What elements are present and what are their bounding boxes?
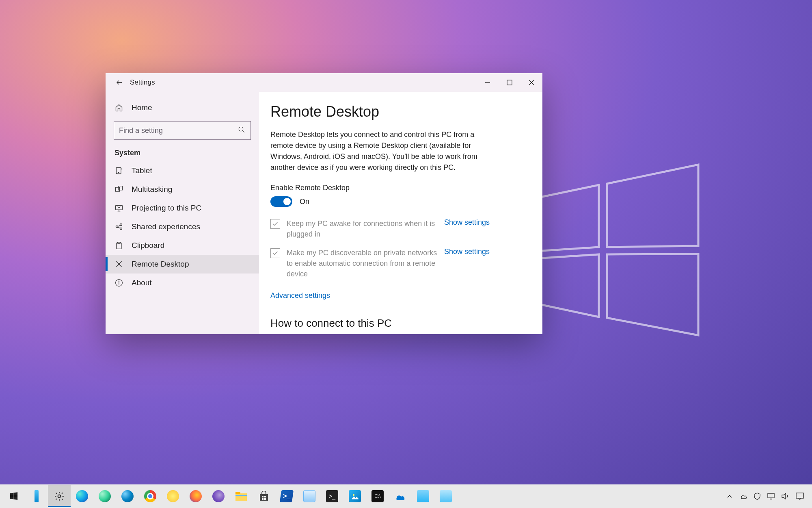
arrow-left-icon (116, 79, 123, 86)
titlebar[interactable]: Settings (106, 73, 542, 92)
svg-rect-22 (262, 496, 263, 497)
search-icon (238, 126, 245, 133)
tablet-icon (114, 166, 123, 175)
checkmark-icon (272, 221, 279, 227)
taskbar-settings-app[interactable] (48, 485, 71, 507)
tray-network[interactable] (765, 485, 777, 507)
multitasking-icon (114, 185, 123, 194)
discoverable-row: Make my PC discoverable on private netwo… (270, 247, 490, 279)
svg-point-9 (120, 224, 122, 226)
generic-app-icon (417, 490, 429, 502)
svg-rect-24 (262, 498, 263, 500)
back-button[interactable] (111, 79, 127, 86)
volume-icon (781, 493, 788, 500)
sidebar-item-remote-desktop[interactable]: Remote Desktop (106, 255, 259, 274)
taskbar-powershell[interactable]: >_ (275, 485, 298, 507)
notification-icon (796, 493, 804, 500)
svg-point-4 (119, 172, 119, 173)
taskbar-terminal[interactable]: >_ (321, 485, 343, 507)
sidebar-item-label: About (132, 278, 152, 287)
discoverable-checkbox[interactable] (270, 248, 280, 258)
maximize-button[interactable] (499, 73, 520, 92)
start-button[interactable] (2, 485, 25, 507)
taskbar-firefox[interactable] (184, 485, 207, 507)
svg-rect-25 (264, 498, 266, 500)
keep-awake-show-settings-link[interactable]: Show settings (444, 218, 490, 227)
firefox-dev-icon (212, 490, 225, 502)
taskbar-edge-dev[interactable] (93, 485, 116, 507)
sidebar-section-label: System (106, 145, 259, 161)
taskbar-app-1[interactable] (412, 485, 434, 507)
taskbar-edge[interactable] (71, 485, 93, 507)
projecting-icon (114, 204, 123, 213)
minimize-button[interactable] (477, 73, 499, 92)
windows-icon (9, 492, 18, 501)
taskbar-photos[interactable] (343, 485, 366, 507)
close-button[interactable] (520, 73, 542, 92)
svg-point-26 (353, 494, 355, 496)
sidebar-item-label: Tablet (132, 166, 152, 175)
taskbar-chrome-canary[interactable] (162, 485, 184, 507)
sidebar-item-multitasking[interactable]: Multitasking (106, 180, 259, 199)
edge-icon (76, 490, 88, 502)
shield-icon (754, 493, 761, 500)
tray-volume[interactable] (779, 485, 791, 507)
clipboard-icon (114, 241, 123, 250)
taskbar-app-2[interactable] (434, 485, 457, 507)
keep-awake-text: Keep my PC awake for connections when it… (287, 218, 438, 239)
firefox-icon (190, 490, 202, 502)
taskbar-edge-canary[interactable] (116, 485, 139, 507)
chrome-icon (144, 490, 156, 502)
system-tray (723, 485, 810, 507)
svg-point-10 (120, 228, 122, 230)
sidebar-item-label: Shared experiences (132, 222, 200, 231)
sidebar-item-about[interactable]: About (106, 274, 259, 292)
sidebar: Home System Tablet Multitasking Projecti… (106, 92, 259, 334)
svg-rect-27 (768, 493, 774, 498)
search-input[interactable] (114, 121, 251, 140)
taskbar-onedrive[interactable] (389, 485, 412, 507)
window-controls (477, 73, 542, 92)
sidebar-item-shared-experiences[interactable]: Shared experiences (106, 217, 259, 236)
home-icon (114, 103, 123, 112)
sidebar-item-label: Clipboard (132, 241, 164, 250)
taskbar-store[interactable] (253, 485, 275, 507)
enable-remote-desktop-toggle[interactable] (270, 196, 292, 207)
enable-remote-desktop-label: Enable Remote Desktop (270, 184, 526, 192)
remote-desktop-icon (114, 260, 123, 269)
taskbar-file-explorer[interactable] (230, 485, 253, 507)
svg-rect-5 (116, 187, 120, 191)
tray-cloud[interactable] (737, 485, 749, 507)
tray-security[interactable] (751, 485, 763, 507)
sidebar-item-label: Multitasking (132, 185, 172, 194)
sidebar-item-tablet[interactable]: Tablet (106, 161, 259, 180)
shared-experiences-icon (114, 222, 123, 231)
svg-point-8 (116, 226, 118, 228)
svg-rect-6 (118, 186, 122, 190)
discoverable-show-settings-link[interactable]: Show settings (444, 247, 490, 256)
svg-rect-21 (260, 494, 268, 501)
sidebar-item-clipboard[interactable]: Clipboard (106, 236, 259, 255)
taskbar-cmd[interactable]: C:\ (366, 485, 389, 507)
edge-dev-icon (99, 490, 111, 502)
notepad-icon (303, 490, 315, 502)
advanced-settings-link[interactable]: Advanced settings (270, 291, 330, 300)
taskbar-notepad[interactable] (298, 485, 321, 507)
main-pane: Remote Desktop Remote Desktop lets you c… (259, 92, 542, 334)
tray-overflow[interactable] (723, 485, 736, 507)
taskbar-firefox-dev[interactable] (207, 485, 230, 507)
taskbar-chrome[interactable] (139, 485, 162, 507)
taskbar-cortana[interactable] (25, 485, 48, 507)
sidebar-item-projecting[interactable]: Projecting to this PC (106, 199, 259, 217)
keep-awake-checkbox[interactable] (270, 219, 280, 229)
svg-point-16 (119, 281, 119, 281)
sidebar-item-label: Projecting to this PC (132, 204, 201, 213)
chevron-up-icon (727, 493, 732, 499)
taskbar: >_ >_ C:\ (0, 484, 812, 508)
page-description: Remote Desktop lets you connect to and c… (270, 129, 486, 173)
maximize-icon (507, 80, 512, 85)
tray-action-center[interactable] (793, 485, 807, 507)
about-icon (114, 278, 123, 287)
sidebar-home[interactable]: Home (106, 98, 259, 117)
gear-icon (54, 491, 65, 501)
